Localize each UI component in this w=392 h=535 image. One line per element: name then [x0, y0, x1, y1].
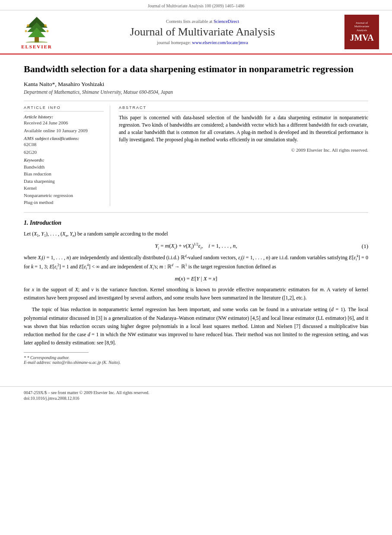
svg-point-6	[44, 24, 47, 27]
section-1-title: 1. Introduction	[24, 220, 368, 226]
corresponding-note-text: * Corresponding author.	[27, 355, 70, 360]
eq-m-content: m(x) = E[Y | X = x]	[175, 275, 217, 282]
equation-m: m(x) = E[Y | X = x]	[24, 275, 368, 282]
contents-line: Contents lists available at ScienceDirec…	[61, 19, 344, 24]
abstract-header: ABSTRACT	[119, 105, 368, 111]
equation-1: Yi = m(Xi) + v(Xi)1/2εi, i = 1, . . . , …	[24, 242, 368, 250]
keyword-data-sharpening: Data sharpening	[24, 178, 104, 185]
footnote-divider	[24, 352, 89, 353]
journal-title-area: Contents lists available at ScienceDirec…	[61, 19, 344, 45]
corresponding-author-note: * * Corresponding author.	[24, 355, 368, 360]
abstract-copyright: © 2009 Elsevier Inc. All rights reserved…	[119, 147, 368, 153]
journal-header: ELSEVIER Contents lists available at Sci…	[0, 10, 392, 54]
doi-note: doi:10.1016/j.jmva.2008.12.016	[24, 396, 368, 401]
elsevier-logo: ELSEVIER	[13, 15, 61, 49]
abstract-col: ABSTRACT This paper is concerned with da…	[119, 105, 368, 206]
jmva-logo-main: JMVA	[350, 33, 373, 43]
available-date: Available online 10 January 2009	[24, 128, 104, 133]
copyright-note: 0047-259X/$ – see front matter © 2009 El…	[24, 390, 368, 395]
authors: Kanta Naito*, Masahiro Yoshizaki	[24, 81, 368, 88]
eq1-content: Yi = m(Xi) + v(Xi)1/2εi, i = 1, . . . , …	[155, 242, 237, 250]
eq1-number: (1)	[362, 243, 368, 250]
intro-para-1: Let (X1, Y1), . . . , (Xn, Yn) be a rand…	[24, 230, 368, 239]
jmva-logo-top: Journal ofMultivariateAnalysis	[354, 21, 370, 32]
author-names: Kanta Naito*, Masahiro Yoshizaki	[24, 81, 104, 87]
intro-para-4: The topic of bias reduction in nonparame…	[24, 306, 368, 347]
article-info-header: ARTICLE INFO	[24, 105, 104, 111]
svg-point-1	[26, 41, 48, 43]
intro-para-2: where Xi(i = 1, . . . , n) are independe…	[24, 254, 368, 272]
page: Journal of Multivariate Analysis 100 (20…	[0, 0, 392, 535]
abstract-text: This paper is concerned with data-based …	[119, 114, 368, 144]
main-content: Bandwidth selection for a data sharpenin…	[0, 54, 392, 378]
email-value: naito@riko.shimane-u.ac.jp (K. Naito).	[52, 360, 121, 365]
email-note: E-mail address: naito@riko.shimane-u.ac.…	[24, 360, 368, 365]
received-date: Received 24 June 2006	[24, 120, 104, 125]
homepage-label: journal homepage:	[157, 40, 191, 45]
journal-title: Journal of Multivariate Analysis	[61, 25, 344, 38]
svg-point-7	[25, 30, 27, 32]
ams-label: AMS subject classifications:	[24, 136, 104, 141]
svg-point-5	[27, 24, 29, 27]
homepage-link[interactable]: www.elsevier.com/locate/jmva	[192, 40, 248, 45]
jmva-logo: Journal ofMultivariateAnalysis JMVA	[344, 15, 379, 49]
journal-homepage: journal homepage: www.elsevier.com/locat…	[61, 40, 344, 45]
intro-para-3: for x in the support of X; and v is the …	[24, 286, 368, 302]
keyword-bias-reduction: Bias reduction	[24, 170, 104, 178]
elsevier-wordmark: ELSEVIER	[21, 44, 52, 49]
article-meta-section: ARTICLE INFO Article history: Received 2…	[24, 105, 368, 206]
journal-citation: Journal of Multivariate Analysis 100 (20…	[0, 0, 392, 10]
keyword-bandwidth: Bandwidth	[24, 163, 104, 171]
divider-2	[24, 212, 368, 213]
article-title: Bandwidth selection for a data sharpenin…	[24, 63, 368, 76]
contents-label: Contents lists available at	[166, 19, 213, 24]
history-label: Article history:	[24, 114, 104, 119]
svg-point-8	[47, 30, 49, 32]
ams-code-2: 62G20	[24, 150, 104, 155]
keyword-kernel: Kernel	[24, 185, 104, 192]
keywords-label: Keywords:	[24, 157, 104, 162]
page-footer: 0047-259X/$ – see front matter © 2009 El…	[0, 386, 392, 405]
elsevier-tree-icon	[19, 15, 54, 43]
body-content: 1. Introduction Let (X1, Y1), . . . , (X…	[24, 220, 368, 347]
sciencedirect-link[interactable]: ScienceDirect	[214, 19, 239, 24]
citation-text: Journal of Multivariate Analysis 100 (20…	[148, 3, 244, 8]
divider-1	[24, 101, 368, 101]
affiliation: Department of Mathematics, Shimane Unive…	[24, 89, 368, 95]
article-info-col: ARTICLE INFO Article history: Received 2…	[24, 105, 110, 206]
keyword-plugin: Plug-in method	[24, 199, 104, 206]
keyword-nonparametric: Nonparametric regression	[24, 192, 104, 199]
email-label: E-mail address:	[24, 360, 51, 365]
ams-code-1: 62C08	[24, 142, 104, 147]
